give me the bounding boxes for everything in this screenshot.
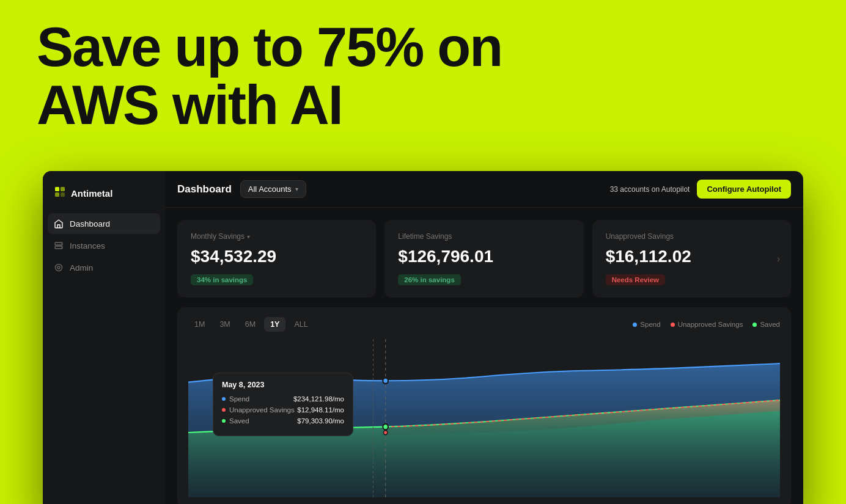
stat-value-unapproved: $16,112.02 <box>606 247 778 266</box>
stat-badge-lifetime: 26% in savings <box>398 274 460 285</box>
sidebar-item-dashboard[interactable]: Dashboard <box>48 213 160 234</box>
hero-section: Save up to 75% on AWS with AI <box>37 18 502 134</box>
tooltip-label-saved: Saved <box>222 417 249 425</box>
legend-saved: Saved <box>752 321 780 328</box>
svg-point-11 <box>383 378 388 384</box>
tooltip-label-spend: Spend <box>222 395 249 403</box>
dashboard-body: Monthly Savings ▾ $34,532.29 34% in savi… <box>165 208 803 504</box>
time-btn-1y[interactable]: 1Y <box>264 317 285 332</box>
logo-icon <box>54 186 66 201</box>
svg-rect-1 <box>61 187 65 191</box>
stat-card-monthly: Monthly Savings ▾ $34,532.29 34% in savi… <box>177 220 376 298</box>
tooltip-value-unapproved: $12,948.11/mo <box>297 406 344 414</box>
chart-section: 1M 3M 6M 1Y ALL Spend Unapproved <box>177 307 791 504</box>
time-filters: 1M 3M 6M 1Y ALL <box>188 317 314 332</box>
page-title: Dashboard <box>177 183 232 195</box>
sidebar-label-admin: Admin <box>70 263 93 272</box>
tooltip-dot-unapproved <box>222 408 226 412</box>
time-btn-3m[interactable]: 3M <box>213 317 236 332</box>
autopilot-count-text: 33 accounts on Autopilot <box>610 185 690 194</box>
legend-unapproved: Unapproved Savings <box>671 321 743 328</box>
chart-header: 1M 3M 6M 1Y ALL Spend Unapproved <box>188 317 780 332</box>
stat-value-monthly: $34,532.29 <box>191 247 362 266</box>
tooltip-row-unapproved: Unapproved Savings $12,948.11/mo <box>222 406 344 414</box>
svg-point-8 <box>56 265 62 271</box>
sidebar-item-admin[interactable]: Admin <box>48 257 160 278</box>
sidebar-item-instances[interactable]: Instances <box>48 235 160 256</box>
stat-badge-unapproved: Needs Review <box>606 274 665 285</box>
tooltip-row-saved: Saved $79,303.90/mo <box>222 417 344 425</box>
stat-badge-monthly: 34% in savings <box>191 274 253 285</box>
main-content: Dashboard All Accounts ▾ 33 accounts on … <box>165 171 803 504</box>
time-btn-1m[interactable]: 1M <box>188 317 211 332</box>
svg-point-12 <box>383 424 388 429</box>
hero-line2: AWS with AI <box>37 75 342 136</box>
svg-rect-5 <box>55 246 62 249</box>
hero-line1: Save up to 75% on <box>37 16 502 78</box>
accounts-dropdown-label: All Accounts <box>248 184 292 194</box>
header: Dashboard All Accounts ▾ 33 accounts on … <box>165 171 803 208</box>
sidebar: Antimetal Dashboard <box>43 171 165 504</box>
autopilot-count: 33 accounts on Autopilot <box>610 185 690 194</box>
svg-point-6 <box>61 243 62 244</box>
time-btn-all[interactable]: ALL <box>288 317 314 332</box>
tooltip-label-unapproved: Unapproved Savings <box>222 406 295 414</box>
stat-label-lifetime: Lifetime Savings <box>398 232 570 241</box>
stats-row: Monthly Savings ▾ $34,532.29 34% in savi… <box>177 220 791 298</box>
svg-rect-2 <box>55 192 59 197</box>
stat-card-lifetime: Lifetime Savings $126,796.01 26% in savi… <box>384 220 583 298</box>
logo-text: Antimetal <box>71 188 112 199</box>
chevron-down-icon: ▾ <box>247 233 250 240</box>
svg-rect-0 <box>55 187 59 191</box>
legend-label-spend: Spend <box>640 321 660 328</box>
stat-label-monthly: Monthly Savings ▾ <box>191 232 362 241</box>
sidebar-nav: Dashboard Instances <box>43 213 165 278</box>
legend-dot-saved <box>752 323 757 327</box>
legend-label-unapproved: Unapproved Savings <box>678 321 743 328</box>
chart-crosshair <box>373 339 373 497</box>
tooltip-dot-saved <box>222 419 226 423</box>
chart-legend: Spend Unapproved Savings Saved <box>633 321 780 328</box>
tooltip-value-saved: $79,303.90/mo <box>297 417 344 425</box>
chevron-down-icon: ▾ <box>295 186 298 192</box>
tooltip-row-spend: Spend $234,121.98/mo <box>222 395 344 403</box>
svg-rect-4 <box>55 243 62 245</box>
chart-tooltip: May 8, 2023 Spend $234,121.98/mo Una <box>213 373 353 436</box>
legend-dot-spend <box>633 323 637 327</box>
svg-rect-3 <box>61 192 65 197</box>
svg-point-13 <box>383 431 387 435</box>
legend-dot-unapproved <box>671 323 675 327</box>
stat-card-unapproved: Unapproved Savings $16,112.02 Needs Revi… <box>592 220 791 298</box>
hero-title: Save up to 75% on AWS with AI <box>37 18 502 134</box>
sidebar-logo: Antimetal <box>43 181 165 213</box>
time-btn-6m[interactable]: 6M <box>239 317 262 332</box>
tooltip-date: May 8, 2023 <box>222 381 344 389</box>
accounts-dropdown[interactable]: All Accounts ▾ <box>240 180 306 198</box>
configure-autopilot-button[interactable]: Configure Autopilot <box>697 180 791 199</box>
sidebar-label-instances: Instances <box>70 241 105 250</box>
sidebar-label-dashboard: Dashboard <box>70 219 110 228</box>
app-window: Antimetal Dashboard <box>43 171 803 504</box>
legend-spend: Spend <box>633 321 660 328</box>
svg-point-9 <box>57 266 60 269</box>
stat-label-unapproved: Unapproved Savings <box>606 232 778 241</box>
instances-icon <box>54 241 64 250</box>
header-right: 33 accounts on Autopilot Configure Autop… <box>610 180 791 199</box>
legend-label-saved: Saved <box>760 321 780 328</box>
tooltip-value-spend: $234,121.98/mo <box>293 395 344 403</box>
chevron-right-icon: › <box>777 254 780 265</box>
tooltip-dot-spend <box>222 397 226 401</box>
svg-point-7 <box>61 247 62 248</box>
stat-value-lifetime: $126,796.01 <box>398 247 570 266</box>
admin-icon <box>54 263 64 272</box>
home-icon <box>54 219 64 228</box>
chart-container: May 8, 2023 Spend $234,121.98/mo Una <box>188 339 780 497</box>
